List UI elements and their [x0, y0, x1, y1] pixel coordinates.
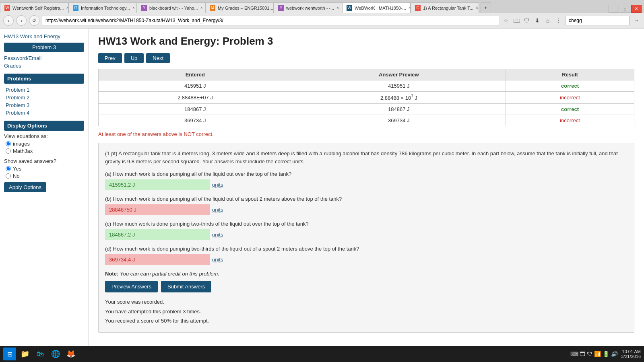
- close-button[interactable]: ✕: [631, 5, 642, 13]
- tab-label-1: Wentworth Self Registra...: [12, 6, 64, 10]
- start-button[interactable]: ⊞: [3, 348, 16, 360]
- problem-intro: (1 pt) A rectangular tank that is 4 mete…: [105, 150, 627, 165]
- tab-close-2[interactable]: ×: [132, 6, 135, 10]
- col-entered: Entered: [99, 69, 292, 80]
- taskbar-clock: 10:01 AM 3/21/2016: [621, 349, 641, 359]
- tab-4[interactable]: M My Grades – ENGR15001... ×: [205, 2, 274, 13]
- submit-answers-button[interactable]: Submit Answers: [161, 281, 211, 292]
- settings-icon[interactable]: ⋮: [554, 16, 563, 25]
- tab-3[interactable]: Y blackboard wit - - Yaho... ×: [137, 2, 205, 13]
- units-link-1[interactable]: units: [212, 207, 223, 213]
- next-button[interactable]: Next: [146, 53, 170, 63]
- sidebar: HW13 Work and Energy Problem 3 Password/…: [0, 29, 89, 346]
- tab-close-7[interactable]: ×: [476, 6, 478, 10]
- refresh-button[interactable]: ↺: [29, 15, 39, 26]
- part-input-0[interactable]: [105, 179, 210, 190]
- search-go-icon[interactable]: →: [632, 16, 641, 25]
- no-radio[interactable]: [6, 173, 11, 179]
- apply-options-button[interactable]: Apply Options: [4, 182, 46, 192]
- tab-5[interactable]: Y webwork wentworth - -... ×: [274, 2, 342, 13]
- tab-close-6[interactable]: ×: [409, 6, 411, 10]
- part-input-3[interactable]: [105, 254, 210, 265]
- result-cell-2: correct: [506, 104, 634, 115]
- score-info: Your score was recorded.You have attempt…: [105, 297, 627, 325]
- mathjax-radio-item[interactable]: MathJax: [6, 148, 84, 154]
- new-tab-button[interactable]: +: [481, 2, 491, 13]
- tab-favicon-3: Y: [141, 5, 147, 11]
- problem1-link[interactable]: Problem 1: [4, 86, 84, 94]
- password-email-link[interactable]: Password/Email: [4, 54, 84, 62]
- tab-label-3: blackboard wit - - Yaho...: [149, 6, 198, 10]
- tab-6[interactable]: W WeBWorK : MATH1850-... ×: [342, 2, 411, 13]
- problem-box: (1 pt) A rectangular tank that is 4 mete…: [98, 143, 634, 332]
- prev-button[interactable]: Prev: [98, 53, 122, 63]
- part-label-0: (a) How much work is done pumping all of…: [105, 171, 627, 177]
- download-icon[interactable]: ⬇: [533, 16, 542, 25]
- problem-intro-text: (1 pt) A rectangular tank that is 4 mete…: [105, 150, 618, 165]
- images-label: images: [13, 141, 30, 147]
- tab-2[interactable]: IT Information Technology... ×: [68, 2, 137, 13]
- back-button[interactable]: ‹: [3, 15, 14, 26]
- result-cell-1: incorrect: [506, 92, 634, 104]
- no-radio-item[interactable]: No: [6, 173, 84, 179]
- tab-close-3[interactable]: ×: [200, 6, 203, 10]
- tab-label-6: WeBWorK : MATH1850-...: [355, 6, 406, 10]
- up-button[interactable]: Up: [124, 53, 144, 63]
- preview-cell-3: 369734 J: [292, 115, 506, 126]
- taskbar: ⊞ 📁 🛍 🌐 🦊 ⌨ 🗔 🛡 📶 🔋 🔊 10:01 AM 3/21/2016: [0, 346, 644, 362]
- taskbar-store-icon[interactable]: 🛍: [34, 348, 47, 360]
- taskbar-system-icons: ⌨ 🗔 🛡 📶 🔋 🔊: [570, 351, 618, 357]
- problem-part-3: (d) How much work is done pumping two-th…: [105, 246, 627, 265]
- answer-table-row-1: 2.88488E+07 J2.88488 × 107 Jincorrect: [99, 92, 634, 104]
- tab-7[interactable]: C 1) A Rectangular Tank T... ×: [411, 2, 479, 13]
- hw13-link[interactable]: HW13 Work and Energy: [4, 33, 84, 40]
- yes-radio-item[interactable]: Yes: [6, 166, 84, 172]
- tab-close-5[interactable]: ×: [336, 6, 339, 10]
- units-link-2[interactable]: units: [212, 232, 223, 238]
- units-link-3[interactable]: units: [212, 257, 223, 263]
- problem3-link[interactable]: Problem 3: [4, 101, 84, 109]
- search-input[interactable]: [565, 16, 630, 25]
- taskbar-firefox-icon[interactable]: 🦊: [64, 348, 77, 360]
- problem2-link[interactable]: Problem 2: [4, 94, 84, 101]
- tab-favicon-7: C: [415, 5, 421, 11]
- tab-favicon-5: Y: [278, 5, 284, 11]
- note-content: You can earn partial credit on this prob…: [120, 271, 219, 277]
- minimize-button[interactable]: ─: [609, 5, 619, 13]
- images-radio[interactable]: [6, 141, 11, 146]
- part-input-2[interactable]: [105, 229, 210, 240]
- entered-cell-2: 184867 J: [99, 104, 292, 115]
- no-label: No: [13, 173, 20, 179]
- reading-icon[interactable]: 📖: [512, 16, 521, 25]
- tab-bar: W Wentworth Self Registra... × IT Inform…: [0, 0, 644, 13]
- taskbar-date: 3/21/2016: [621, 354, 641, 359]
- grades-link[interactable]: Grades: [4, 62, 84, 70]
- problem-parts: (a) How much work is done pumping all of…: [105, 171, 627, 265]
- shield-icon[interactable]: 🛡: [522, 16, 531, 25]
- forward-button[interactable]: ›: [16, 15, 27, 26]
- url-input[interactable]: [42, 16, 499, 25]
- home-icon[interactable]: ⌂: [543, 16, 552, 25]
- problems-header: Problems: [4, 74, 84, 84]
- action-buttons: Preview Answers Submit Answers: [105, 281, 627, 292]
- yes-radio[interactable]: [6, 166, 11, 171]
- problem3-active-btn[interactable]: Problem 3: [4, 43, 84, 52]
- score-line-0: Your score was recorded.: [105, 297, 627, 306]
- tab-1[interactable]: W Wentworth Self Registra... ×: [0, 2, 68, 13]
- mathjax-radio[interactable]: [6, 148, 11, 154]
- part-input-1[interactable]: [105, 204, 210, 215]
- images-radio-item[interactable]: images: [6, 141, 84, 147]
- browser-nav-icons: ☆ 📖 🛡 ⬇ ⌂ ⋮: [502, 16, 563, 25]
- taskbar-ie-icon[interactable]: 🌐: [49, 348, 62, 360]
- tab-favicon-4: M: [210, 5, 215, 11]
- entered-cell-3: 369734 J: [99, 115, 292, 126]
- star-icon[interactable]: ☆: [502, 16, 510, 25]
- tab-label-4: My Grades – ENGR15001...: [218, 6, 273, 10]
- taskbar-files-icon[interactable]: 📁: [19, 348, 31, 360]
- display-options-header: Display Options: [4, 121, 84, 131]
- maximize-button[interactable]: □: [620, 5, 630, 13]
- problem4-link[interactable]: Problem 4: [4, 109, 84, 117]
- units-link-0[interactable]: units: [212, 182, 223, 188]
- preview-answers-button[interactable]: Preview Answers: [105, 281, 158, 292]
- show-saved-label: Show saved answers?: [4, 158, 84, 164]
